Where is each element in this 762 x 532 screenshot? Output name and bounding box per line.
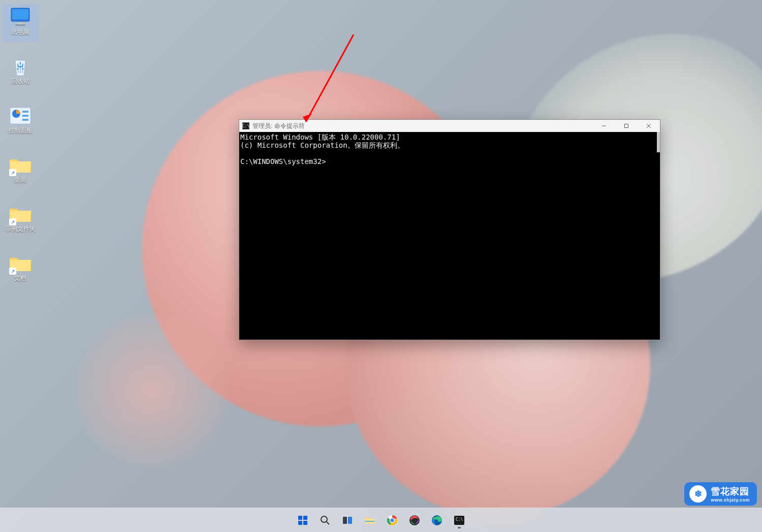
desktop-icon-label: 示例文件夹: [5, 225, 36, 232]
svg-rect-22: [348, 517, 352, 524]
close-button[interactable]: [638, 120, 660, 132]
cmd-taskbar-button[interactable]: C:\: [450, 511, 469, 530]
control-panel-icon: [8, 105, 33, 127]
svg-point-19: [321, 516, 327, 522]
svg-line-20: [327, 522, 329, 524]
maximize-button[interactable]: [615, 120, 638, 132]
maximize-icon: [624, 123, 629, 128]
terminal-icon: C:\: [453, 514, 465, 526]
cmd-terminal-body[interactable]: Microsoft Windows [版本 10.0.22000.71] (c)…: [239, 132, 660, 340]
taskview-icon: [341, 514, 354, 526]
svg-rect-15: [298, 516, 302, 520]
desktop-icon-label: 回收站: [11, 78, 29, 85]
taskbar: C:\: [0, 508, 762, 532]
desktop-icons: 此电脑 回收站 控制面板: [2, 4, 39, 293]
recycle-bin-icon: [8, 55, 33, 78]
edge-canary-button[interactable]: [405, 511, 424, 530]
cmd-line: Microsoft Windows [版本 10.0.22000.71]: [240, 133, 400, 141]
svg-rect-21: [343, 517, 347, 524]
file-explorer-button[interactable]: [360, 511, 379, 530]
window-controls: [593, 120, 660, 132]
chrome-button[interactable]: [383, 511, 402, 530]
desktop-icon-label: 控制面板: [8, 127, 33, 134]
folder-icon: ↗: [8, 252, 33, 275]
cmd-scrollbar-thumb[interactable]: [657, 132, 660, 152]
cmd-window-title: 管理员: 命令提示符: [252, 122, 305, 130]
desktop-icon-sample-folder[interactable]: ↗ 示例文件夹: [2, 201, 39, 239]
desktop-icon-control-panel[interactable]: 控制面板: [2, 103, 39, 141]
desktop-icon-label: 此电脑: [11, 28, 29, 36]
minimize-button[interactable]: [593, 120, 615, 132]
svg-rect-23: [365, 521, 374, 522]
svg-rect-3: [15, 24, 25, 26]
cmd-window: C:\ 管理员: 命令提示符 Microsoft Windows [版本 10.…: [239, 119, 660, 340]
desktop-icon-this-pc[interactable]: 此电脑: [2, 4, 39, 42]
svg-rect-17: [298, 521, 302, 525]
svg-rect-2: [17, 22, 23, 24]
svg-line-9: [306, 35, 354, 122]
annotation-arrow: [300, 31, 361, 133]
edge-icon: [431, 514, 443, 526]
cmd-line: (c) Microsoft Corporation。保留所有权利。: [240, 141, 404, 149]
desktop-icon-desktop-folder[interactable]: ↗ 桌面: [2, 152, 39, 190]
start-button[interactable]: [293, 511, 312, 530]
folder-icon: [364, 514, 376, 526]
folder-icon: ↗: [8, 154, 33, 176]
svg-rect-7: [22, 115, 28, 117]
svg-rect-16: [303, 516, 307, 520]
folder-icon: ↗: [8, 203, 33, 225]
shortcut-arrow-icon: ↗: [9, 169, 16, 176]
svg-text:C:\: C:\: [456, 517, 463, 522]
svg-rect-6: [22, 111, 28, 113]
desktop-icon-label: 文档: [14, 275, 26, 282]
watermark: ❄ 雪花家园 www.xhjaty.com: [684, 482, 757, 506]
minimize-icon: [601, 123, 607, 128]
svg-rect-8: [22, 119, 28, 121]
cmd-prompt: C:\WINDOWS\system32>: [240, 157, 326, 165]
shortcut-arrow-icon: ↗: [9, 268, 16, 275]
watermark-url: www.xhjaty.com: [711, 497, 750, 503]
svg-rect-1: [12, 9, 28, 19]
watermark-title: 雪花家园: [711, 485, 750, 497]
monitor-icon: [8, 6, 33, 28]
search-button[interactable]: [315, 511, 335, 530]
edge-canary-icon: [408, 514, 421, 526]
svg-rect-12: [625, 124, 628, 128]
search-icon: [319, 514, 331, 526]
desktop-icon-label: 桌面: [14, 176, 26, 183]
taskview-button[interactable]: [338, 511, 357, 530]
chrome-icon: [386, 514, 398, 526]
svg-rect-18: [303, 521, 307, 525]
edge-button[interactable]: [427, 511, 447, 530]
desktop-icon-documents-folder[interactable]: ↗ 文档: [2, 250, 39, 288]
desktop-icon-recycle-bin[interactable]: 回收站: [2, 53, 39, 91]
close-icon: [646, 123, 651, 128]
windows-icon: [297, 514, 309, 526]
cmd-app-icon: C:\: [242, 122, 249, 129]
snowflake-icon: ❄: [689, 485, 707, 503]
taskbar-center: C:\: [293, 508, 469, 532]
shortcut-arrow-icon: ↗: [9, 218, 16, 225]
